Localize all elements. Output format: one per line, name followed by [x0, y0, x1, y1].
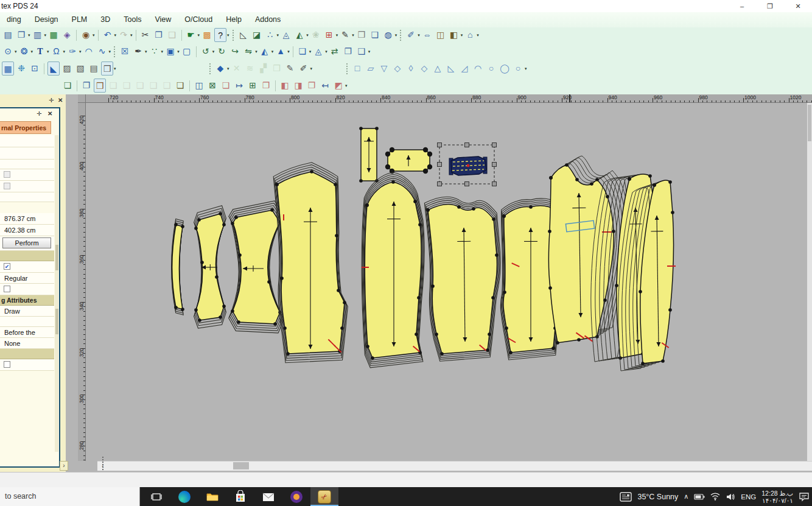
shape-trapezoid-icon[interactable]: ▽: [378, 61, 390, 76]
page-zero-icon[interactable]: ❒: [94, 79, 106, 93]
grid-red-dropdown-icon[interactable]: ▾: [336, 33, 338, 38]
piece-hatch-c-icon[interactable]: ▤: [88, 61, 100, 76]
pattern-piece-rect-piece-horizontal[interactable]: [385, 147, 432, 174]
send-properties-icon[interactable]: ◈: [61, 28, 73, 42]
hidden-icons-chevron[interactable]: ∧: [684, 493, 688, 501]
selection-handle[interactable]: [438, 163, 442, 167]
page-faded-5-icon[interactable]: ❑: [161, 79, 173, 93]
plant-faded-icon[interactable]: ❀: [310, 28, 322, 42]
undo-icon[interactable]: ↶: [102, 28, 114, 42]
merge-left-icon[interactable]: ↤: [319, 79, 331, 93]
print-preview-icon[interactable]: ❐: [15, 28, 27, 42]
selection-handle[interactable]: [492, 182, 497, 186]
bracket-box-icon[interactable]: ▢: [181, 44, 193, 58]
dock-pin-icon[interactable]: ✛: [49, 97, 54, 104]
paste-icon[interactable]: ❑: [166, 28, 178, 42]
wifi-icon[interactable]: [710, 493, 720, 501]
pattern-piece-side-panel-small[interactable]: [194, 206, 226, 328]
selection-handle[interactable]: [492, 143, 497, 147]
dots-chart-icon[interactable]: ∴: [264, 28, 276, 42]
redo-icon[interactable]: ↷: [117, 28, 130, 42]
shape-triangle-icon[interactable]: △: [432, 61, 444, 76]
swap-pieces-icon[interactable]: ⇄: [329, 44, 341, 58]
page-flip-icon[interactable]: ❏: [296, 44, 309, 58]
checkbox[interactable]: [4, 286, 10, 292]
app-icon-purple[interactable]: [282, 487, 310, 506]
mirror-tool-icon[interactable]: ◭: [259, 44, 271, 58]
shape-right-triangle-icon[interactable]: ◺: [445, 61, 457, 76]
shape-kite-icon[interactable]: ◊: [405, 61, 417, 76]
color-wheel-icon[interactable]: ❉: [15, 61, 27, 76]
maximize-button[interactable]: ❐: [756, 0, 784, 12]
text-tool-dropdown-icon[interactable]: ▾: [47, 49, 49, 54]
selected-piece-group[interactable]: [438, 143, 497, 186]
flag-tool-icon[interactable]: ✐: [298, 61, 310, 76]
pattern-piece-front-panel-piece[interactable]: [273, 163, 348, 363]
redo-dropdown-icon[interactable]: ▾: [130, 33, 133, 38]
dots-chart-dropdown-icon[interactable]: ▾: [277, 33, 279, 38]
close-button[interactable]: ✕: [784, 0, 812, 12]
toolbar-drag-handle[interactable]: [346, 63, 348, 74]
pages-copy-icon[interactable]: ❐: [80, 79, 93, 93]
panel-pin-icon[interactable]: ✛: [37, 110, 41, 117]
ruler-corner-icon[interactable]: ◣: [47, 61, 60, 76]
pink-half-b-icon[interactable]: ◨: [292, 79, 304, 93]
checkbox[interactable]: [4, 183, 10, 189]
menu-addons[interactable]: Addons: [248, 12, 287, 26]
toolbar-drag-handle[interactable]: [209, 63, 211, 74]
triangle-fold-icon[interactable]: ▲: [275, 44, 287, 58]
help-icon[interactable]: ?: [214, 28, 226, 42]
doc-b-icon[interactable]: ❑: [355, 44, 368, 58]
import-hand-dropdown-icon[interactable]: ▾: [198, 33, 200, 38]
menu-o-cloud[interactable]: O/Cloud: [178, 12, 219, 26]
shape-diamond-icon[interactable]: ◇: [391, 61, 404, 76]
menu-design[interactable]: Design: [28, 12, 65, 26]
checkbox[interactable]: [4, 171, 10, 178]
vest-piece-dropdown-icon[interactable]: ▾: [477, 33, 479, 38]
undo-dropdown-icon[interactable]: ▾: [114, 33, 117, 38]
horizontal-scrollbar[interactable]: [97, 461, 812, 471]
menu-3d[interactable]: 3D: [94, 12, 117, 26]
edge-browser-icon[interactable]: [170, 487, 198, 506]
shade-square-icon[interactable]: ◪: [251, 28, 263, 42]
help-dropdown-icon[interactable]: ▾: [227, 33, 229, 38]
pattern-piece-side-panel-large[interactable]: [229, 201, 284, 333]
toolbar-drag-handle[interactable]: [114, 46, 116, 57]
split-vertical-icon[interactable]: ◫: [193, 79, 205, 93]
dart-tool-icon[interactable]: ◆: [214, 61, 226, 76]
circle-grade-icon[interactable]: ❂: [18, 44, 30, 58]
shape-right-triangle2-icon[interactable]: ◿: [458, 61, 471, 76]
action-center-icon[interactable]: [799, 492, 810, 502]
vertical-scrollbar-thumb[interactable]: [808, 105, 811, 141]
pen-nib-dropdown-icon[interactable]: ▾: [145, 49, 147, 54]
pattern-canvas[interactable]: [86, 103, 812, 461]
task-view-button[interactable]: [142, 487, 170, 506]
shape-ellipse-dropdown-icon[interactable]: ▾: [525, 66, 527, 71]
page-faded-4-icon[interactable]: ❑: [147, 79, 159, 93]
piece-hatch-b-icon[interactable]: ▧: [74, 61, 86, 76]
minimize-button[interactable]: –: [728, 0, 756, 12]
selection-handle[interactable]: [438, 143, 442, 147]
flatten-curve-icon[interactable]: ◬: [280, 28, 292, 42]
pink-corner-dropdown-icon[interactable]: ▾: [345, 83, 348, 88]
menu-view[interactable]: View: [148, 12, 178, 26]
perform-button[interactable]: Perform: [2, 237, 51, 248]
join-pieces-dropdown-icon[interactable]: ▾: [177, 49, 180, 54]
node-segment-icon[interactable]: ∵: [149, 44, 161, 58]
page-blue-icon[interactable]: ❏: [369, 28, 381, 42]
menu-plm[interactable]: PLM: [65, 12, 94, 26]
wings-faded-icon[interactable]: ≋: [244, 61, 256, 76]
shape-parallelogram-icon[interactable]: ▱: [365, 61, 377, 76]
panel-value-draw[interactable]: Draw: [0, 306, 54, 317]
join-pieces-icon[interactable]: ▣: [164, 44, 177, 58]
page-dark-icon[interactable]: ❏: [174, 79, 186, 93]
pattern-piece-crescent-piece[interactable]: [171, 219, 184, 315]
piece-pair-icon[interactable]: ◫: [435, 28, 447, 42]
rotate-cw-icon[interactable]: ↻: [215, 44, 228, 58]
curve-omega-icon[interactable]: Ω: [51, 44, 63, 58]
shape-circle-icon[interactable]: ◯: [499, 61, 511, 76]
excel-export-icon[interactable]: ▦: [47, 28, 60, 42]
pen-nib-icon[interactable]: ✒: [132, 44, 144, 58]
page-flip-dropdown-icon[interactable]: ▾: [309, 49, 312, 54]
panel-value-none[interactable]: None: [0, 338, 54, 349]
